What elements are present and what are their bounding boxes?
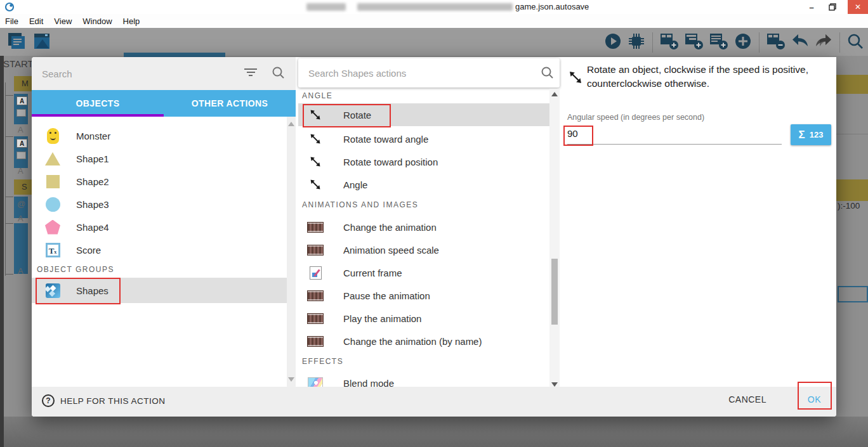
scroll-up-icon[interactable] <box>288 122 294 126</box>
undo-icon[interactable] <box>791 33 810 53</box>
toolbar-left-group <box>6 32 51 53</box>
section-header-effects: EFFECTS <box>302 357 343 366</box>
action-label: Angle <box>343 179 367 190</box>
debugger-icon[interactable] <box>627 32 646 53</box>
menu-view[interactable]: View <box>54 16 72 26</box>
object-row-shape1[interactable]: Shape1 <box>32 147 287 170</box>
action-letter-fragment: A <box>18 125 23 134</box>
scroll-down-icon[interactable] <box>288 377 294 382</box>
expression-value-fragment: ):-100 <box>838 201 860 211</box>
action-row-animation-speed-scale[interactable]: Animation speed scale <box>298 238 549 261</box>
tab-objects[interactable]: OBJECTS <box>32 90 164 117</box>
ok-button[interactable]: OK <box>808 394 821 405</box>
group-icon <box>44 283 61 298</box>
object-row-monster[interactable]: Monster <box>32 124 287 147</box>
object-label: Shape4 <box>76 222 109 233</box>
objects-search-input[interactable] <box>42 65 232 82</box>
search-icon[interactable] <box>541 66 555 82</box>
sigma-icon: Σ <box>799 129 805 141</box>
action-label: Change the animation <box>343 222 437 233</box>
help-for-action-button[interactable]: ? HELP FOR THIS ACTION <box>42 394 166 407</box>
action-label: Pause the animation <box>343 290 430 301</box>
toolbar-separator <box>652 32 653 53</box>
event-tree-stub <box>5 136 13 137</box>
minimize-button[interactable]: – <box>802 0 821 14</box>
object-label: Monster <box>76 131 110 141</box>
scroll-down-icon[interactable] <box>551 382 558 387</box>
action-label: Rotate toward position <box>343 157 438 167</box>
panel-edge-fragment <box>0 56 4 447</box>
action-row-pause-animation[interactable]: Pause the animation <box>298 284 549 307</box>
actions-list: ANGLE Rotate Rotate toward angle Rotate … <box>296 89 549 390</box>
filmstrip-icon <box>306 290 325 301</box>
event-tree-line <box>5 82 6 276</box>
instruction-editor-dialog: OBJECTS OTHER ACTIONS Monster Shape1 Sha… <box>32 57 836 417</box>
menu-edit[interactable]: Edit <box>29 16 43 26</box>
help-icon: ? <box>42 394 55 407</box>
monster-icon <box>44 128 61 144</box>
at-fragment: @ <box>17 199 25 209</box>
group-row-shapes[interactable]: Shapes <box>32 278 287 303</box>
menu-help[interactable]: Help <box>123 16 140 26</box>
actions-scrollbar[interactable] <box>549 89 560 390</box>
object-row-score[interactable]: Tx Score <box>32 238 287 261</box>
section-header-animations: ANIMATIONS AND IMAGES <box>302 200 418 209</box>
help-label: HELP FOR THIS ACTION <box>60 396 166 406</box>
action-chip-fragment: A <box>16 139 27 148</box>
action-row-rotate-toward-angle[interactable]: Rotate toward angle <box>298 127 549 150</box>
action-letter-fragment: A <box>18 166 23 176</box>
event-header-fragment-right <box>836 179 868 201</box>
cancel-button[interactable]: CANCEL <box>728 394 766 405</box>
input-underline <box>567 144 782 145</box>
close-button[interactable]: ✕ <box>848 0 868 14</box>
angular-speed-input[interactable] <box>567 124 662 142</box>
search-icon[interactable] <box>272 66 286 82</box>
event-header-letter: M <box>22 79 29 88</box>
object-row-shape2[interactable]: Shape2 <box>32 170 287 193</box>
filmstrip-icon <box>306 245 325 256</box>
scrollbar-thumb[interactable] <box>551 259 558 325</box>
delete-event-icon[interactable] <box>766 32 786 53</box>
filter-icon[interactable] <box>244 68 258 79</box>
action-row-change-animation-by-name[interactable]: Change the animation (by name) <box>298 330 549 353</box>
expression-123-label: 123 <box>810 130 824 139</box>
action-row-rotate-toward-position[interactable]: Rotate toward position <box>298 150 549 173</box>
event-header-fragment: S <box>14 179 32 195</box>
action-row-play-animation[interactable]: Play the animation <box>298 307 549 330</box>
scene-editor-icon[interactable] <box>32 32 51 53</box>
play-icon[interactable] <box>603 32 622 53</box>
event-header-fragment-right <box>836 75 868 94</box>
add-subevent-icon[interactable] <box>684 32 704 53</box>
redo-icon[interactable] <box>814 33 833 53</box>
action-row-angle[interactable]: Angle <box>298 173 549 196</box>
object-row-shape4[interactable]: Shape4 <box>32 216 287 238</box>
search-toolbar-icon[interactable] <box>846 32 864 53</box>
object-label: Shape3 <box>76 199 109 210</box>
selected-field-fragment <box>838 286 868 302</box>
object-label: Shape2 <box>76 176 109 187</box>
add-circle-icon[interactable] <box>733 32 753 53</box>
event-divider-fragment <box>836 134 868 134</box>
window-title: game.json.autosave <box>515 2 589 11</box>
objects-scrollbar[interactable] <box>287 117 296 387</box>
pentagon-icon <box>44 220 61 235</box>
tab-other-actions[interactable]: OTHER ACTIONS <box>164 90 296 117</box>
scroll-up-icon[interactable] <box>551 92 558 96</box>
scene-tab-label[interactable]: START <box>3 58 34 69</box>
menubar: File Edit View Window Help <box>0 14 868 28</box>
action-row-current-frame[interactable]: Current frame <box>298 261 549 284</box>
actions-search-bar <box>298 58 560 87</box>
menu-file[interactable]: File <box>5 16 18 26</box>
add-event-icon[interactable] <box>659 32 680 53</box>
project-manager-icon[interactable] <box>6 32 28 53</box>
expression-editor-button[interactable]: Σ 123 <box>791 124 831 145</box>
rotate-icon <box>306 178 325 191</box>
object-row-shape3[interactable]: Shape3 <box>32 193 287 216</box>
rotate-icon <box>306 133 325 145</box>
restore-button[interactable] <box>822 0 843 14</box>
menu-window[interactable]: Window <box>82 16 112 26</box>
actions-search-input[interactable] <box>308 64 518 82</box>
action-row-rotate[interactable]: Rotate <box>298 103 549 126</box>
add-comment-icon[interactable] <box>709 32 729 53</box>
action-row-change-animation[interactable]: Change the animation <box>298 216 549 238</box>
